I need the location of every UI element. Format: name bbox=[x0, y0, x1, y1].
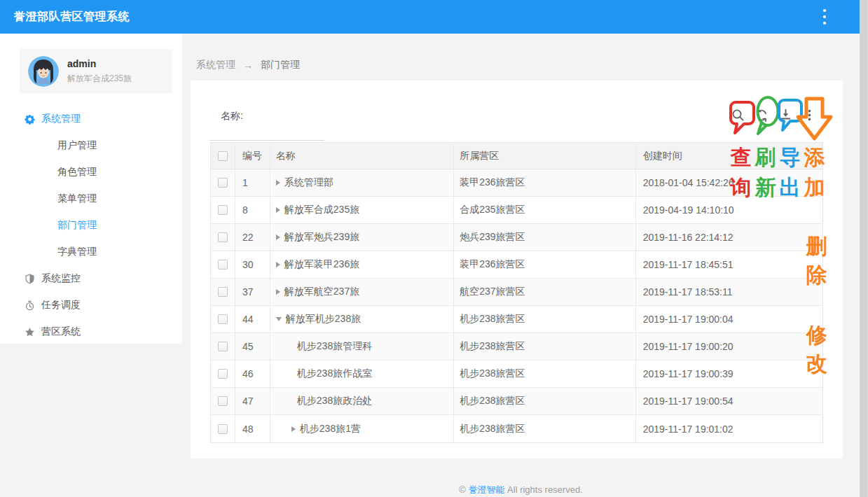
department-name: 解放军航空237旅 bbox=[284, 286, 359, 298]
tree-expand-icon[interactable] bbox=[291, 426, 296, 432]
download-icon bbox=[778, 108, 793, 122]
department-name: 解放军合成235旅 bbox=[284, 204, 359, 216]
cell-camp: 炮兵239旅营区 bbox=[454, 224, 635, 251]
table-row: 37解放军航空237旅航空237旅营区2019-11-17 18:53:11 bbox=[211, 279, 822, 306]
cell-id: 48 bbox=[235, 415, 270, 442]
refresh-button[interactable] bbox=[751, 104, 772, 125]
sidebar-item-label: 任务调度 bbox=[41, 299, 81, 312]
name-filter-label: 名称: bbox=[221, 110, 324, 122]
kebab-icon bbox=[802, 108, 817, 122]
department-name: 解放军装甲236旅 bbox=[284, 258, 359, 271]
department-name: 机步238旅1营 bbox=[300, 423, 361, 435]
user-unit: 解放军合成235旅 bbox=[67, 73, 132, 85]
sidebar-item-role-management[interactable]: 角色管理 bbox=[0, 159, 182, 186]
cell-name: 机步238旅政治处 bbox=[270, 388, 454, 414]
column-header-id: 编号 bbox=[235, 143, 270, 169]
cell-id: 8 bbox=[235, 197, 270, 223]
copyright-symbol: © bbox=[459, 484, 466, 495]
cell-name: 机步238旅作战室 bbox=[270, 360, 454, 387]
cell-camp: 航空237旅营区 bbox=[454, 279, 635, 305]
row-checkbox[interactable] bbox=[218, 314, 228, 324]
tree-expand-icon[interactable] bbox=[276, 289, 280, 295]
table-row: 46机步238旅作战室机步238旅营区2019-11-17 19:00:39 bbox=[211, 360, 822, 388]
breadcrumb-separator-icon: → bbox=[243, 59, 253, 71]
table-row: 48机步238旅1营机步238旅营区2019-11-17 19:01:02 bbox=[211, 415, 822, 442]
user-meta: admin 解放军合成235旅 bbox=[67, 58, 132, 85]
table-row: 45机步238旅管理科机步238旅营区2019-11-17 19:00:20 bbox=[211, 333, 822, 360]
sidebar-item-camp-system[interactable]: 营区系统 bbox=[0, 318, 182, 345]
cell-camp: 机步238旅营区 bbox=[454, 333, 635, 360]
cell-name: 解放军合成235旅 bbox=[270, 197, 454, 223]
header-kebab-icon[interactable] bbox=[816, 8, 833, 25]
gear-icon bbox=[25, 114, 35, 125]
cell-camp: 装甲236旅营区 bbox=[454, 251, 635, 278]
sidebar-item-menu-management[interactable]: 菜单管理 bbox=[0, 186, 182, 212]
cell-created: 2019-11-17 19:00:39 bbox=[636, 360, 822, 387]
row-checkbox[interactable] bbox=[218, 287, 228, 297]
department-name: 机步238旅政治处 bbox=[297, 395, 372, 407]
vertical-scrollbar[interactable] bbox=[860, 0, 868, 497]
row-checkbox[interactable] bbox=[218, 178, 228, 188]
breadcrumb: 系统管理 → 部门管理 bbox=[196, 59, 300, 71]
cell-created: 2019-04-19 14:10:10 bbox=[636, 197, 822, 223]
row-checkbox[interactable] bbox=[218, 396, 228, 406]
cell-id: 44 bbox=[235, 306, 270, 332]
sidebar-item-department-management[interactable]: 部门管理 bbox=[0, 212, 182, 239]
cell-name: 机步238旅1营 bbox=[270, 415, 454, 442]
cell-created: 2019-11-17 18:45:51 bbox=[636, 251, 822, 278]
row-checkbox[interactable] bbox=[218, 424, 228, 434]
sidebar-item-user-management[interactable]: 用户管理 bbox=[0, 132, 182, 159]
table-row: 22解放军炮兵239旅炮兵239旅营区2019-11-16 22:14:12 bbox=[211, 224, 822, 251]
department-name: 解放军机步238旅 bbox=[286, 313, 361, 326]
cell-name: 机步238旅管理科 bbox=[270, 333, 454, 360]
header-bar: 誉澄部队营区管理系统 bbox=[0, 0, 860, 34]
tree-expand-icon[interactable] bbox=[276, 180, 280, 186]
cell-camp: 合成235旅营区 bbox=[454, 197, 635, 223]
more-button[interactable] bbox=[799, 104, 820, 125]
row-checkbox[interactable] bbox=[218, 205, 228, 215]
table-toolbar bbox=[727, 104, 822, 125]
search-button[interactable] bbox=[727, 104, 748, 125]
sidebar-item-system-management[interactable]: 系统管理 bbox=[0, 106, 182, 132]
tree-expand-icon[interactable] bbox=[276, 234, 280, 240]
name-filter: 名称: bbox=[209, 110, 324, 141]
cell-created: 2019-11-17 19:00:20 bbox=[636, 333, 822, 360]
sidebar: admin 解放军合成235旅 系统管理用户管理角色管理菜单管理部门管理字典管理… bbox=[0, 34, 182, 344]
clock-icon bbox=[25, 300, 35, 311]
cell-camp: 机步238旅营区 bbox=[454, 388, 635, 414]
breadcrumb-item-current: 部门管理 bbox=[261, 59, 300, 71]
select-all-checkbox[interactable] bbox=[218, 151, 228, 161]
table-row: 1系统管理部装甲236旅营区2018-01-04 15:42:26 bbox=[211, 169, 822, 197]
page: 誉澄部队营区管理系统 admin 解放军合成235旅 bbox=[0, 0, 868, 497]
sidebar-item-system-monitor[interactable]: 系统监控 bbox=[0, 265, 182, 292]
cell-id: 30 bbox=[235, 251, 270, 278]
cell-created: 2019-11-17 19:00:54 bbox=[636, 388, 822, 414]
row-checkbox[interactable] bbox=[218, 369, 228, 379]
brand-link[interactable]: 誉澄智能 bbox=[468, 484, 504, 495]
export-button[interactable] bbox=[775, 104, 796, 125]
department-name: 系统管理部 bbox=[284, 176, 333, 189]
sidebar-item-task-schedule[interactable]: 任务调度 bbox=[0, 292, 182, 318]
row-checkbox[interactable] bbox=[218, 232, 228, 242]
cell-camp: 机步238旅营区 bbox=[454, 415, 635, 442]
cell-name: 解放军炮兵239旅 bbox=[270, 224, 454, 251]
row-checkbox[interactable] bbox=[218, 342, 228, 351]
refresh-icon bbox=[755, 108, 769, 122]
app-title: 誉澄部队营区管理系统 bbox=[14, 10, 130, 24]
table-row: 8解放军合成235旅合成235旅营区2019-04-19 14:10:10 bbox=[211, 197, 822, 224]
cell-camp: 机步238旅营区 bbox=[454, 360, 635, 387]
breadcrumb-item[interactable]: 系统管理 bbox=[196, 59, 235, 71]
sidebar-item-dictionary-management[interactable]: 字典管理 bbox=[0, 239, 182, 265]
row-checkbox[interactable] bbox=[218, 260, 228, 270]
table-row: 44解放军机步238旅机步238旅营区2019-11-17 19:00:04 bbox=[211, 306, 822, 333]
tree-expand-icon[interactable] bbox=[276, 262, 280, 267]
user-card: admin 解放军合成235旅 bbox=[20, 49, 172, 93]
cell-created: 2019-11-16 22:14:12 bbox=[636, 224, 822, 251]
name-input[interactable] bbox=[209, 122, 324, 141]
cell-id: 46 bbox=[235, 360, 270, 387]
tree-expand-icon[interactable] bbox=[276, 207, 280, 213]
tree-collapse-icon[interactable] bbox=[276, 317, 282, 321]
scrollbar-thumb[interactable] bbox=[860, 0, 867, 497]
column-header-camp: 所属营区 bbox=[454, 143, 635, 169]
sidebar-menu: 系统管理用户管理角色管理菜单管理部门管理字典管理系统监控任务调度营区系统 bbox=[0, 106, 182, 345]
